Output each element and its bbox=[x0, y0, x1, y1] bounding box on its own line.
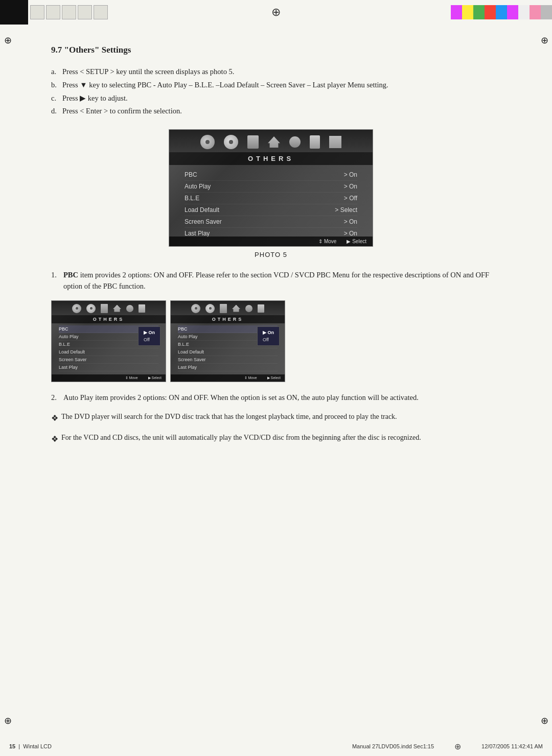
dvd-small1-circle bbox=[126, 305, 133, 312]
dvd-small2-label-screensaver: Screen Saver bbox=[178, 357, 206, 362]
page-number: 15 | Wintal LCD bbox=[9, 743, 52, 749]
dvd-small2-submenu: ▶ On Off bbox=[257, 326, 280, 346]
dvd-small2-label-lastplay: Last Play bbox=[178, 365, 197, 370]
dvd-menu-row-loaddefault: Load Default > Select bbox=[185, 204, 357, 216]
color-block-blue bbox=[496, 5, 507, 19]
top-bar-left bbox=[0, 0, 143, 25]
dvd-small1-header bbox=[52, 301, 166, 315]
dvd-small2-row-loaddefault: Load Default bbox=[178, 348, 278, 356]
page-number-bold: 15 bbox=[9, 743, 15, 749]
dvd-icons-row bbox=[200, 135, 341, 149]
item-2-num: 2. bbox=[51, 392, 63, 404]
dvd-screen-small-2: OTHERS PBC Auto Play B.L.E Load Default bbox=[170, 300, 285, 382]
dvd-small2-disc2 bbox=[205, 304, 215, 313]
dvd-small1-footer-select: ▶ Select bbox=[148, 376, 162, 380]
left-compass-bottom: ⊕ bbox=[4, 715, 12, 726]
dvd-footer: ⇕ Move ▶ Select bbox=[169, 237, 373, 246]
brand-name: Wintal LCD bbox=[23, 743, 52, 749]
dvd-menu-value-pbc: > On bbox=[344, 171, 357, 178]
photo5-label: PHOTO 5 bbox=[255, 251, 287, 258]
dvd-menu-items: PBC > On Auto Play > On B.L.E > Off Load… bbox=[169, 165, 373, 244]
dvd-small1-submenu: ▶ On Off bbox=[138, 326, 160, 346]
dvd-menu-row-ble: B.L.E > Off bbox=[185, 193, 357, 204]
instruction-b-text: Press ▼ key to selecting PBC - Auto Play… bbox=[62, 80, 388, 91]
dvd-small2-label-ble: B.L.E bbox=[178, 342, 189, 347]
dvd-small1-label-autoplay: Auto Play bbox=[59, 334, 79, 339]
dvd-menu-label-autoplay: Auto Play bbox=[185, 183, 211, 190]
top-bar-right bbox=[409, 0, 552, 25]
dvd-menu-value-ble: > Off bbox=[344, 195, 357, 202]
left-compass-top: ⊕ bbox=[4, 35, 12, 46]
dvd-small2-house bbox=[232, 305, 240, 312]
top-bar: ⊕ bbox=[0, 0, 552, 25]
note-1: ❖ The DVD player will search for the DVD… bbox=[51, 411, 491, 425]
dvd-small1-footer-move: ⇕ Move bbox=[125, 376, 138, 380]
dvd-icon-circle bbox=[289, 136, 301, 148]
square-4 bbox=[78, 5, 92, 19]
compass-icon: ⊕ bbox=[271, 6, 281, 19]
instruction-d-text: Press < Enter > to confirm the selection… bbox=[62, 106, 182, 117]
dvd-small2-label-autoplay: Auto Play bbox=[178, 334, 198, 339]
bottom-bar-left: 15 | Wintal LCD bbox=[9, 743, 52, 749]
top-bar-center: ⊕ bbox=[143, 0, 409, 25]
file-date: 12/07/2005 11:42:41 AM bbox=[481, 743, 543, 749]
dvd-small2-submenu-on: ▶ On bbox=[263, 329, 274, 336]
square-2 bbox=[46, 5, 60, 19]
left-bar: ⊕ ⊕ bbox=[0, 25, 15, 737]
top-bar-black-block bbox=[0, 0, 28, 25]
color-block-pink bbox=[530, 5, 541, 19]
dvd-title-text: OTHERS bbox=[248, 155, 294, 162]
dvd-menu-value-lastplay: > On bbox=[344, 230, 357, 237]
color-block-red bbox=[485, 5, 496, 19]
dvd-icon-book bbox=[247, 135, 259, 149]
file-name: Manual 27LDVD05.indd Sec1:15 bbox=[352, 743, 434, 749]
dvd-small2-label-pbc: PBC bbox=[178, 326, 188, 332]
dvd-small2-footer-move: ⇕ Move bbox=[244, 376, 257, 380]
color-block-magenta bbox=[451, 5, 462, 19]
color-block-yellow bbox=[462, 5, 473, 19]
instruction-d: d. Press < Enter > to confirm the select… bbox=[51, 106, 491, 117]
color-block-green bbox=[473, 5, 485, 19]
dvd-menu-value-screensaver: > On bbox=[344, 218, 357, 225]
dvd-small1-label-ble: B.L.E bbox=[59, 342, 70, 347]
dvd-icon-rect bbox=[310, 135, 320, 149]
dvd-small2-icons bbox=[191, 304, 264, 313]
bottom-compass-icon: ⊕ bbox=[454, 742, 461, 751]
dvd-small2-title: OTHERS bbox=[171, 315, 285, 323]
dvd-small1-rect bbox=[139, 304, 145, 313]
dvd-menu-value-loaddefault: > Select bbox=[335, 206, 357, 214]
dvd-menu-row-autoplay: Auto Play > On bbox=[185, 181, 357, 193]
dvd-menu-label-pbc: PBC bbox=[185, 171, 197, 178]
color-block-magenta2 bbox=[507, 5, 518, 19]
dvd-icon-house bbox=[268, 136, 280, 148]
dvd-small2-footer-select: ▶ Select bbox=[267, 376, 281, 380]
instructions-list: a. Press < SETUP > key until the screen … bbox=[51, 66, 491, 117]
dvd-small1-label-pbc: PBC bbox=[59, 326, 68, 332]
section-heading: 9.7 "Others" Settings bbox=[51, 45, 491, 55]
right-compass-top: ⊕ bbox=[541, 35, 548, 46]
dvd-menu-label-screensaver: Screen Saver bbox=[185, 218, 222, 225]
instruction-c-label: c. bbox=[51, 93, 62, 104]
dvd-menu-label-lastplay: Last Play bbox=[185, 230, 210, 237]
dvd-small1-row-loaddefault: Load Default bbox=[59, 348, 158, 356]
dvd-small2-disc1 bbox=[191, 304, 200, 313]
note-1-icon: ❖ bbox=[51, 412, 58, 425]
numbered-item-2: 2. Auto Play item provides 2 options: ON… bbox=[51, 392, 491, 404]
instruction-a-label: a. bbox=[51, 66, 62, 78]
instruction-c: c. Press ▶ key to adjust. bbox=[51, 93, 491, 104]
dvd-small1-icons bbox=[72, 304, 145, 313]
dvd-menu-label-ble: B.L.E bbox=[185, 195, 199, 202]
numbered-section-1: 1. PBC item provides 2 options: ON and O… bbox=[51, 270, 491, 382]
instruction-c-text: Press ▶ key to adjust. bbox=[62, 93, 128, 104]
note-1-text: The DVD player will search for the DVD d… bbox=[61, 411, 397, 422]
dvd-small1-disc2 bbox=[86, 304, 96, 313]
dvd-small1-disc1 bbox=[72, 304, 81, 313]
dvd-small1-label-screensaver: Screen Saver bbox=[59, 357, 87, 362]
bottom-bar: 15 | Wintal LCD Manual 27LDVD05.indd Sec… bbox=[0, 737, 552, 756]
note-2: ❖ For the VCD and CD discs, the unit wil… bbox=[51, 432, 491, 446]
item-1-num: 1. bbox=[51, 270, 63, 292]
instruction-d-label: d. bbox=[51, 106, 62, 117]
dvd-small2-submenu-off: Off bbox=[263, 336, 274, 343]
instruction-b: b. Press ▼ key to selecting PBC - Auto P… bbox=[51, 80, 491, 91]
color-block-white bbox=[518, 5, 530, 19]
